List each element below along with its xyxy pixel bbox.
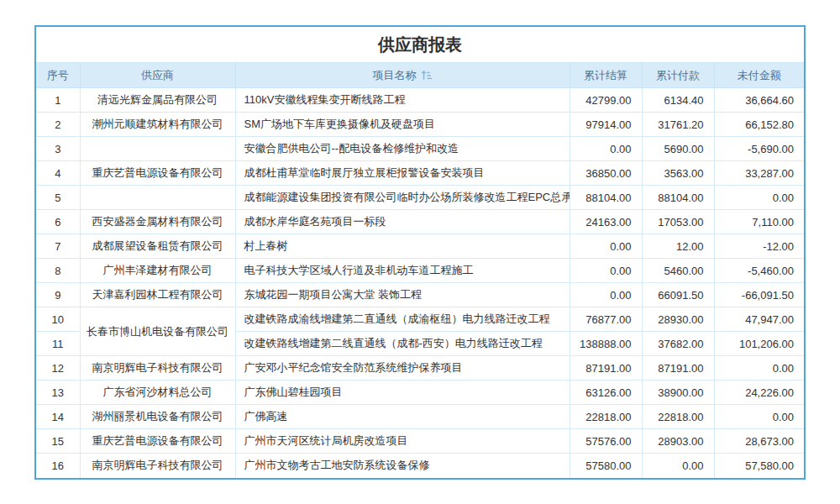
row-number-cell: 13 <box>36 381 80 405</box>
table-row: 13广东省河沙材料总公司广东佛山碧桂园项目63126.0038900.0024,… <box>36 381 804 405</box>
settled-amount-cell[interactable]: 97914.00 <box>570 113 642 137</box>
unpaid-amount-cell: 33,287.00 <box>714 161 804 186</box>
paid-amount-cell[interactable]: 5460.00 <box>642 259 714 283</box>
settled-amount-cell[interactable]: 0.00 <box>570 283 642 307</box>
row-number-cell: 4 <box>36 161 80 186</box>
paid-amount-cell[interactable]: 28903.00 <box>642 429 714 454</box>
supplier-link-cell[interactable]: 重庆艺普电源设备有限公司 <box>80 429 235 454</box>
project-link-cell[interactable]: 电子科技大学区域人行道及非机动车道工程施工 <box>235 259 570 283</box>
paid-amount-cell[interactable]: 38900.00 <box>642 381 714 405</box>
table-row: 16南京明辉电子科技有限公司广州市文物考古工地安防系统设备保修57580.000… <box>36 454 804 478</box>
sort-icon[interactable] <box>421 70 433 83</box>
unpaid-amount-cell: 0.00 <box>714 186 804 210</box>
paid-amount-cell[interactable]: 37682.00 <box>642 332 714 356</box>
settled-amount-cell[interactable]: 63126.00 <box>570 381 642 405</box>
project-link-cell[interactable]: 村上春树 <box>235 234 570 259</box>
supplier-link-cell[interactable]: 广东省河沙材料总公司 <box>80 381 235 405</box>
page-title: 供应商报表 <box>36 27 804 62</box>
row-number-cell: 10 <box>36 307 80 332</box>
settled-amount-cell[interactable]: 57580.00 <box>570 454 642 478</box>
supplier-link-cell[interactable]: 重庆艺普电源设备有限公司 <box>80 161 235 186</box>
unpaid-amount-cell: 66,152.80 <box>714 113 804 137</box>
project-link-cell[interactable]: 广州市文物考古工地安防系统设备保修 <box>235 454 570 478</box>
settled-amount-cell[interactable]: 138888.00 <box>570 332 642 356</box>
column-header-paid: 累计付款 <box>642 63 714 88</box>
unpaid-amount-cell: -66,091.50 <box>714 283 804 307</box>
table-row: 5成都能源建设集团投资有限公司临时办公场所装修改造工程EPC总承包88104.0… <box>36 186 804 210</box>
table-row: 12南京明辉电子科技有限公司广安邓小平纪念馆安全防范系统维护保养项目87191.… <box>36 356 804 381</box>
table-row: 9天津嘉利园林工程有限公司东城花园一期项目公寓大堂 装饰工程0.0066091.… <box>36 283 804 307</box>
settled-amount-cell[interactable]: 36850.00 <box>570 161 642 186</box>
project-link-cell[interactable]: 改建铁路线增建第二线直通线（成都-西安）电力线路迁改工程 <box>235 332 570 356</box>
settled-amount-cell[interactable]: 0.00 <box>570 137 642 161</box>
unpaid-amount-cell: 0.00 <box>714 356 804 381</box>
project-link-cell[interactable]: 改建铁路成渝线增建第二直通线（成渝枢纽）电力线路迁改工程 <box>235 307 570 332</box>
paid-amount-cell[interactable]: 3563.00 <box>642 161 714 186</box>
paid-amount-cell[interactable]: 0.00 <box>642 454 714 478</box>
settled-amount-cell[interactable]: 76877.00 <box>570 307 642 332</box>
project-link-cell[interactable]: 广东佛山碧桂园项目 <box>235 381 570 405</box>
paid-amount-cell[interactable]: 87191.00 <box>642 356 714 381</box>
supplier-link-cell[interactable]: 南京明辉电子科技有限公司 <box>80 454 235 478</box>
column-header-project[interactable]: 项目名称 <box>235 63 570 88</box>
project-link-cell[interactable]: 成都水岸华庭名苑项目一标段 <box>235 210 570 234</box>
supplier-report-table: 序号 供应商 项目名称 累计结算 累计付款 未付金额 1清远光辉金属品有限公司1… <box>36 62 804 478</box>
row-number-cell: 1 <box>36 88 80 113</box>
settled-amount-cell[interactable]: 0.00 <box>570 234 642 259</box>
paid-amount-cell[interactable]: 5690.00 <box>642 137 714 161</box>
table-row: 6西安盛器金属材料有限公司成都水岸华庭名苑项目一标段24163.0017053.… <box>36 210 804 234</box>
paid-amount-cell[interactable]: 88104.00 <box>642 186 714 210</box>
project-link-cell[interactable]: 成都杜甫草堂临时展厅独立展柜报警设备安装项目 <box>235 161 570 186</box>
supplier-link-cell[interactable]: 西安盛器金属材料有限公司 <box>80 210 235 234</box>
table-row: 7成都展望设备租赁有限公司村上春树0.0012.00-12.00 <box>36 234 804 259</box>
settled-amount-cell[interactable]: 87191.00 <box>570 356 642 381</box>
paid-amount-cell[interactable]: 66091.50 <box>642 283 714 307</box>
supplier-link-cell[interactable]: 成都展望设备租赁有限公司 <box>80 234 235 259</box>
supplier-link-cell[interactable]: 广州丰泽建材有限公司 <box>80 259 235 283</box>
paid-amount-cell[interactable]: 31761.20 <box>642 113 714 137</box>
table-header: 序号 供应商 项目名称 累计结算 累计付款 未付金额 <box>36 63 804 88</box>
table-row: 15重庆艺普电源设备有限公司广州市天河区统计局机房改造项目57576.00289… <box>36 429 804 454</box>
project-link-cell[interactable]: 110kV安徽线程集变开断线路工程 <box>235 88 570 113</box>
table-row: 1清远光辉金属品有限公司110kV安徽线程集变开断线路工程42799.00613… <box>36 88 804 113</box>
row-number-cell: 14 <box>36 405 80 429</box>
paid-amount-cell[interactable]: 22818.00 <box>642 405 714 429</box>
settled-amount-cell[interactable]: 24163.00 <box>570 210 642 234</box>
settled-amount-cell[interactable]: 88104.00 <box>570 186 642 210</box>
project-link-cell[interactable]: 成都能源建设集团投资有限公司临时办公场所装修改造工程EPC总承包 <box>235 186 570 210</box>
paid-amount-cell[interactable]: 6134.40 <box>642 88 714 113</box>
row-number-cell: 3 <box>36 137 80 161</box>
unpaid-amount-cell: -5,690.00 <box>714 137 804 161</box>
paid-amount-cell[interactable]: 17053.00 <box>642 210 714 234</box>
table-row: 8广州丰泽建材有限公司电子科技大学区域人行道及非机动车道工程施工0.005460… <box>36 259 804 283</box>
project-link-cell[interactable]: 东城花园一期项目公寓大堂 装饰工程 <box>235 283 570 307</box>
supplier-link-cell[interactable]: 南京明辉电子科技有限公司 <box>80 356 235 381</box>
supplier-link-cell <box>80 186 235 210</box>
unpaid-amount-cell: 57,580.00 <box>714 454 804 478</box>
row-number-cell: 16 <box>36 454 80 478</box>
project-link-cell[interactable]: 安徽合肥供电公司--配电设备检修维护和改造 <box>235 137 570 161</box>
unpaid-amount-cell: -12.00 <box>714 234 804 259</box>
project-link-cell[interactable]: 广州市天河区统计局机房改造项目 <box>235 429 570 454</box>
unpaid-amount-cell: 0.00 <box>714 405 804 429</box>
supplier-link-cell[interactable]: 湖州丽景机电设备有限公司 <box>80 405 235 429</box>
supplier-link-cell[interactable]: 潮州元顺建筑材料有限公司 <box>80 113 235 137</box>
unpaid-amount-cell: 7,110.00 <box>714 210 804 234</box>
supplier-link-cell[interactable]: 天津嘉利园林工程有限公司 <box>80 283 235 307</box>
settled-amount-cell[interactable]: 0.00 <box>570 259 642 283</box>
table-row: 14湖州丽景机电设备有限公司广佛高速22818.0022818.000.00 <box>36 405 804 429</box>
supplier-link-cell[interactable]: 长春市博山机电设备有限公司 <box>80 307 235 356</box>
settled-amount-cell[interactable]: 42799.00 <box>570 88 642 113</box>
settled-amount-cell[interactable]: 57576.00 <box>570 429 642 454</box>
supplier-link-cell[interactable]: 清远光辉金属品有限公司 <box>80 88 235 113</box>
project-link-cell[interactable]: 广安邓小平纪念馆安全防范系统维护保养项目 <box>235 356 570 381</box>
row-number-cell: 5 <box>36 186 80 210</box>
paid-amount-cell[interactable]: 28930.00 <box>642 307 714 332</box>
settled-amount-cell[interactable]: 22818.00 <box>570 405 642 429</box>
project-link-cell[interactable]: SM广场地下车库更换摄像机及硬盘项目 <box>235 113 570 137</box>
row-number-cell: 2 <box>36 113 80 137</box>
table-row: 2潮州元顺建筑材料有限公司SM广场地下车库更换摄像机及硬盘项目97914.003… <box>36 113 804 137</box>
paid-amount-cell[interactable]: 12.00 <box>642 234 714 259</box>
table-row: 3安徽合肥供电公司--配电设备检修维护和改造0.005690.00-5,690.… <box>36 137 804 161</box>
project-link-cell[interactable]: 广佛高速 <box>235 405 570 429</box>
